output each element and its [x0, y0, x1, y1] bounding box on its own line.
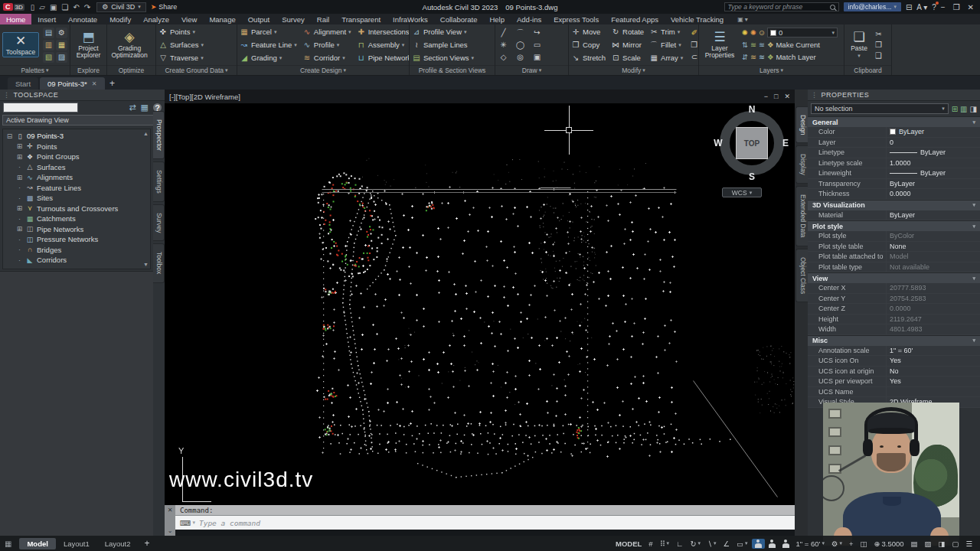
share-button[interactable]: ➤ Share — [151, 3, 178, 11]
command-line-grip[interactable]: ✕ ⌄ — [165, 505, 175, 536]
ribbon-tab-analyze[interactable]: Analyze — [137, 14, 175, 24]
tree-item-09-points-3[interactable]: ⊟▯09 Points-3 — [3, 131, 150, 142]
tree-item-points[interactable]: ⊞✛Points — [3, 142, 150, 152]
draw-tool-1-2[interactable]: ▭ — [531, 40, 543, 51]
app-icon[interactable]: C 3D — [3, 3, 24, 11]
tree-item-corridors[interactable]: ·◣Corridors — [3, 255, 150, 266]
toolspace-filter-input[interactable] — [3, 103, 78, 112]
quick-access-icon-5[interactable]: ↷ — [83, 3, 92, 11]
quick-access-icon-1[interactable]: ▱ — [38, 3, 47, 11]
object-snap-tracking-toggle[interactable]: ∠ — [720, 539, 733, 549]
layout-tab-layout2[interactable]: Layout2 — [97, 538, 139, 549]
ribbon-tab-transparent[interactable]: Transparent — [335, 14, 387, 24]
draw-tool-0-1[interactable]: ⌒ — [514, 28, 526, 38]
button-grading-optimization[interactable]: ◈Grading Optimization — [109, 29, 149, 60]
toolspace-tool-icon-0[interactable]: ⇄ — [129, 103, 136, 112]
draw-tool-2-2[interactable]: ▣ — [531, 52, 543, 63]
modify-extra-icon-1[interactable]: ❒ — [688, 40, 698, 51]
ribbon-tab-view[interactable]: View — [175, 14, 203, 24]
properties-tab-display[interactable]: Display — [795, 145, 808, 184]
layout-tab-layout1[interactable]: Layout1 — [56, 538, 97, 549]
help-icon[interactable]: ? — [932, 3, 936, 11]
match-layer-button[interactable]: Match Layer — [776, 53, 815, 61]
drawing-canvas[interactable] — [165, 103, 795, 505]
draw-tool-1-0[interactable]: ✳ — [498, 40, 509, 51]
ribbon-tab-survey[interactable]: Survey — [276, 14, 311, 24]
panel-title-palettes[interactable]: Palettes▾ — [0, 65, 70, 75]
ribbon-tab-express-tools[interactable]: Express Tools — [547, 14, 605, 24]
tree-expand-icon[interactable]: ⊞ — [16, 142, 23, 150]
search-icon[interactable] — [830, 5, 835, 10]
isolate-objects-toggle[interactable]: ◨ — [936, 539, 949, 549]
close-button[interactable]: ✕ — [968, 3, 974, 11]
annotation-monitor[interactable]: + — [846, 539, 857, 549]
ribbon-tab-featured-apps[interactable]: Featured Apps — [605, 14, 665, 24]
dynamic-input-toggle[interactable]: ▭▾ — [733, 539, 751, 549]
panel-title-create-design[interactable]: Create Design▾ — [237, 65, 409, 75]
section-header-misc[interactable]: Misc▾ — [808, 335, 980, 346]
viewport-restore-button[interactable]: □ — [774, 93, 778, 100]
compass-south[interactable]: S — [749, 171, 755, 182]
draw-tool-0-2[interactable]: ↪ — [531, 28, 543, 38]
property-value-layer[interactable]: 0 — [886, 138, 980, 148]
property-value-linetype-scale[interactable]: 1.0000 — [886, 158, 980, 168]
model-space-toggle[interactable]: MODEL — [612, 539, 645, 549]
tree-expand-icon[interactable]: ⊞ — [16, 204, 23, 212]
make-current-button[interactable]: Make Current — [776, 41, 820, 49]
button-rotate[interactable]: ↻Rotate — [611, 26, 644, 37]
ribbon-tab-infraworks[interactable]: InfraWorks — [387, 14, 434, 24]
ribbon-tab-home[interactable]: Home — [0, 14, 31, 24]
tree-expand-icon[interactable]: ⊟ — [6, 132, 13, 140]
clipboard-icon-2[interactable]: ❑ — [875, 51, 882, 60]
button-grading[interactable]: ◢Grading▾ — [240, 52, 297, 64]
button-parcel[interactable]: ▦Parcel▾ — [240, 26, 297, 37]
section-header-view[interactable]: View▾ — [808, 272, 980, 283]
polar-tracking-toggle[interactable]: ↻▾ — [687, 539, 703, 549]
grid-icon[interactable]: ▦ — [5, 540, 11, 548]
snap-mode-toggle[interactable]: ⠿▾ — [657, 539, 672, 549]
property-value-ucs-per-viewport[interactable]: Yes — [886, 377, 980, 386]
ribbon-tab-insert[interactable]: Insert — [31, 14, 62, 24]
property-value-color[interactable]: ByLayer — [886, 127, 980, 137]
section-header-general[interactable]: General▾ — [808, 116, 980, 127]
draw-tool-2-0[interactable]: ◇ — [498, 52, 509, 63]
toolspace-tab-toolbox[interactable]: Toolbox — [153, 243, 165, 282]
customization-menu[interactable]: ☰ — [962, 539, 975, 549]
ortho-mode-toggle[interactable]: ∟ — [673, 539, 686, 549]
ribbon-tab-output[interactable]: Output — [242, 14, 276, 24]
tree-item-turnouts-and-crossovers[interactable]: ⊞⋎Turnouts and Crossovers — [3, 204, 150, 214]
properties-tab-extended-data[interactable]: Extended Data — [795, 186, 808, 246]
tree-expand-icon[interactable]: ⊞ — [16, 174, 23, 181]
palette-icon-2[interactable]: ▥ — [43, 40, 54, 51]
ribbon-tab-vehicle-tracking[interactable]: Vehicle Tracking — [665, 14, 730, 24]
properties-tool-icon-0[interactable]: ⊞ — [952, 105, 958, 113]
isometric-drafting-toggle[interactable]: ∖▾ — [704, 539, 720, 549]
toolspace-tab-settings[interactable]: Settings — [153, 161, 165, 202]
annotation-visibility-toggle[interactable] — [752, 539, 765, 549]
button-intersections[interactable]: ✚Intersections▾ — [357, 26, 409, 37]
property-value-center-x[interactable]: 20777.5893 — [886, 283, 980, 293]
annotation-scale-icon[interactable] — [779, 539, 792, 549]
button-feature-line[interactable]: ↝Feature Line▾ — [240, 39, 297, 51]
button-mirror[interactable]: ⋈Mirror — [611, 39, 644, 51]
viewcube-top-face[interactable]: TOP — [736, 127, 768, 159]
property-value-center-z[interactable]: 0.0000 — [886, 304, 980, 314]
property-value-plot-table-type[interactable]: Not available — [886, 262, 980, 272]
button-section-views[interactable]: ▤Section Views▾ — [412, 52, 474, 64]
tree-item-feature-lines[interactable]: ·↝Feature Lines — [3, 183, 150, 194]
autodesk-icon[interactable]: A ▾ — [916, 3, 927, 11]
ribbon-tab-rail[interactable]: Rail — [311, 14, 335, 24]
tree-expand-icon[interactable]: ⊞ — [16, 225, 23, 233]
layer-selector[interactable]: 0▾ — [767, 28, 838, 37]
button-copy[interactable]: ❐Copy — [571, 39, 606, 51]
property-value-transparency[interactable]: ByLayer — [886, 179, 980, 189]
panel-title-layers[interactable]: Layers▾ — [699, 65, 844, 75]
lock-ui-toggle[interactable]: ▨ — [922, 539, 935, 549]
new-drawing-tab-button[interactable]: + — [106, 77, 119, 90]
quick-properties-toggle[interactable]: ▤ — [908, 539, 921, 549]
tree-item-point-groups[interactable]: ⊞❖Point Groups — [3, 152, 150, 162]
ribbon-minimize-button[interactable]: ▣▾ — [737, 14, 748, 24]
units-toggle[interactable]: ◫ — [858, 539, 871, 549]
section-header-3d-visualization[interactable]: 3D Visualization▾ — [808, 200, 980, 210]
palette-icon-3[interactable]: ▦ — [56, 40, 67, 51]
